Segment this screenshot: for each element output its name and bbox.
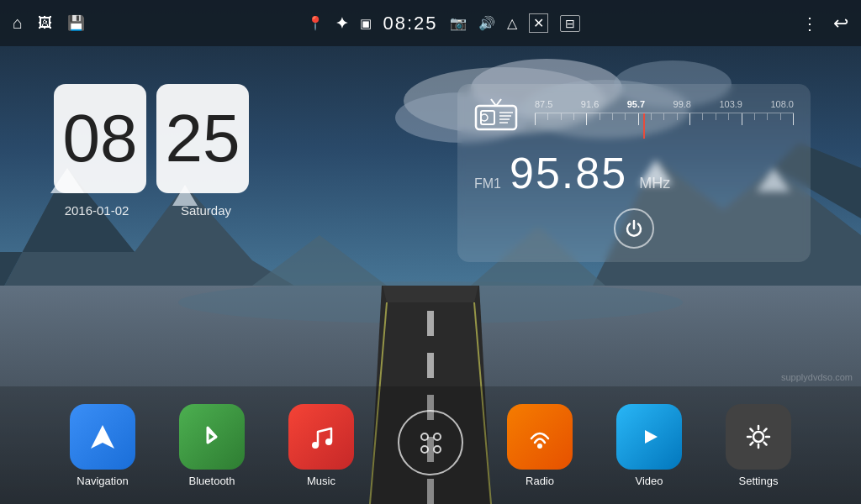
apps-dot-4 [433,445,441,454]
statusbar-center: 📍 ✦ ▣ 08:25 📷 🔊 △ ✕ ⊟ [85,13,801,34]
app-item-apps[interactable] [376,410,485,480]
scale-957: 95.7 [627,99,645,109]
clock-day: Saturday [160,203,252,218]
apps-icon [398,410,463,475]
app-dock: Navigation Bluetooth Music [0,386,861,504]
svg-marker-40 [645,430,658,444]
svg-marker-17 [383,286,478,302]
clock-digits: 08 25 [54,84,249,193]
radio-needle [643,113,645,139]
bluetooth-icon: ✦ [335,14,348,33]
bluetooth-label: Bluetooth [189,475,235,487]
clock-labels: 2016-01-02 Saturday [50,203,252,218]
volume-icon[interactable]: 🔊 [478,15,495,31]
app-item-settings[interactable]: Settings [704,404,813,487]
close-icon[interactable]: ✕ [529,13,548,33]
app-item-radio[interactable]: Radio [485,404,594,487]
radio-unit: MHz [639,175,670,192]
clock-widget: 08 25 2016-01-02 Saturday [50,84,252,218]
watermark: supplydvdso.com [781,372,853,382]
statusbar-right: ⋮ ↩ [801,13,848,34]
statusbar-left: ⌂ 🖼 💾 [13,13,85,33]
radio-device-icon [474,97,518,139]
camera-icon[interactable]: 📷 [450,15,467,31]
app-item-music[interactable]: Music [267,404,376,487]
back-icon[interactable]: ↩ [833,13,848,34]
bluetooth-app-icon [179,404,245,470]
apps-dot-2 [433,433,441,441]
app-item-video[interactable]: Video [594,404,704,487]
svg-rect-27 [476,106,516,129]
svg-rect-18 [427,311,434,336]
apps-dot-1 [420,433,429,441]
clock-minute: 25 [156,84,249,193]
scale-1080: 108.0 [770,99,794,109]
svg-point-38 [325,438,332,445]
rect-icon[interactable]: ⊟ [560,15,580,32]
radio-power-button[interactable] [614,208,654,249]
radio-scale: 87.5 91.6 95.7 99.8 103.9 108.0 [535,99,794,109]
radio-label: Radio [526,475,554,487]
clock-display: 08:25 [383,13,438,34]
scale-875: 87.5 [535,99,552,109]
scale-998: 99.8 [673,99,691,109]
scale-1039: 103.9 [719,99,742,109]
radio-bar [535,113,794,138]
svg-rect-19 [427,353,434,378]
scale-916: 91.6 [581,99,599,109]
radio-frequency-bar: 87.5 91.6 95.7 99.8 103.9 108.0 [535,99,794,138]
radio-power-section [474,208,794,249]
radio-top: 87.5 91.6 95.7 99.8 103.9 108.0 [474,97,794,139]
status-bar: ⌂ 🖼 💾 📍 ✦ ▣ 08:25 📷 🔊 △ ✕ ⊟ ⋮ ↩ [0,0,861,46]
apps-dot-3 [420,445,429,454]
svg-point-39 [537,444,542,449]
music-label: Music [307,475,335,487]
apps-grid [420,433,441,454]
radio-band: FM1 [474,176,501,192]
video-icon [616,404,682,470]
app-item-navigation[interactable]: Navigation [48,404,157,487]
radio-info: FM1 95.85 MHz [474,148,794,198]
network-icon: ▣ [360,16,372,31]
settings-label: Settings [739,475,779,487]
navigation-label: Navigation [77,475,128,487]
clock-date: 2016-01-02 [50,203,143,218]
location-icon: 📍 [307,15,324,31]
svg-point-41 [753,432,763,442]
svg-marker-36 [91,425,114,449]
svg-point-37 [312,442,319,449]
navigation-icon [70,404,135,470]
settings-icon [726,404,791,470]
app-item-bluetooth[interactable]: Bluetooth [157,404,267,487]
radio-app-icon [507,404,573,470]
photo-icon[interactable]: 🖼 [38,15,52,32]
sd-card-icon[interactable]: 💾 [67,14,85,32]
svg-point-29 [481,114,488,121]
menu-icon[interactable]: ⋮ [801,13,818,34]
radio-widget[interactable]: 87.5 91.6 95.7 99.8 103.9 108.0 [457,84,811,262]
eject-icon[interactable]: △ [507,15,517,31]
music-icon [288,404,354,470]
home-icon[interactable]: ⌂ [13,13,23,33]
clock-hour: 08 [54,84,146,193]
video-label: Video [635,475,663,487]
radio-freq-display: 95.85 [510,148,627,198]
